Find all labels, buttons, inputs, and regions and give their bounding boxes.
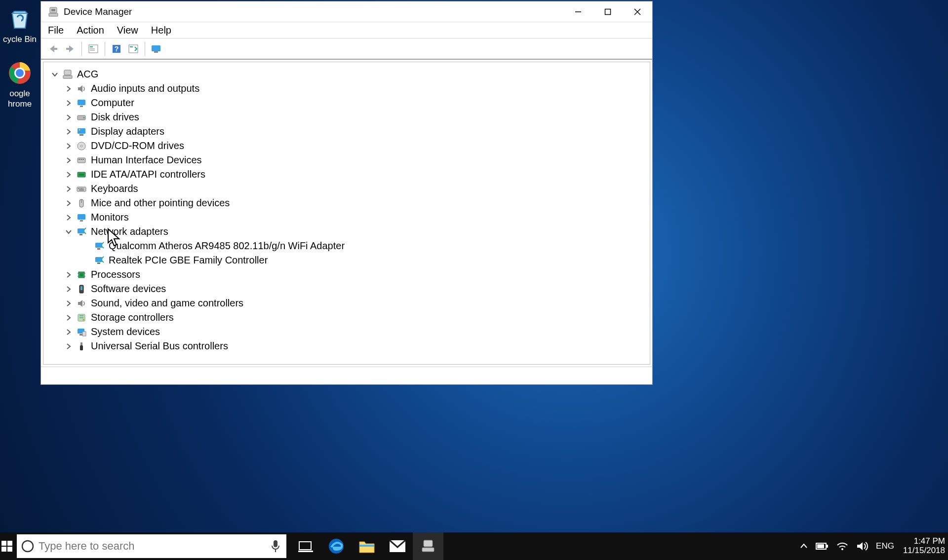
- toolbar-scan-button[interactable]: [126, 41, 141, 56]
- svg-rect-69: [80, 345, 83, 350]
- chevron-right-icon[interactable]: [64, 142, 73, 150]
- svg-rect-67: [82, 332, 86, 336]
- system-tray[interactable]: ENG: [794, 541, 900, 551]
- tree-category[interactable]: DVD/CD-ROM drives: [47, 139, 646, 153]
- tree-category[interactable]: Disk drives: [47, 110, 646, 124]
- chevron-right-icon[interactable]: [64, 342, 73, 351]
- tree-category-label: Sound, video and game controllers: [91, 298, 243, 309]
- taskbar-app-device-manager[interactable]: [413, 532, 443, 560]
- svg-rect-22: [64, 70, 71, 75]
- tree-root[interactable]: ACG: [47, 67, 646, 81]
- svg-rect-47: [78, 214, 85, 220]
- tree-category[interactable]: Human Interface Devices: [47, 153, 646, 167]
- microphone-icon[interactable]: [265, 540, 286, 553]
- svg-rect-20: [152, 45, 160, 51]
- menu-help[interactable]: Help: [151, 25, 171, 36]
- tree-category[interactable]: Universal Serial Bus controllers: [47, 339, 646, 353]
- tree-category-label: IDE ATA/ATAPI controllers: [91, 169, 205, 180]
- svg-rect-36: [82, 159, 84, 160]
- desktop-icon-chrome[interactable]: oogle hrome: [0, 59, 40, 109]
- svg-rect-4: [51, 9, 55, 11]
- taskbar-app-mail[interactable]: [382, 532, 413, 560]
- svg-rect-68: [80, 342, 82, 345]
- tree-category[interactable]: Network adapters: [47, 224, 646, 239]
- cortana-icon[interactable]: [17, 539, 39, 553]
- taskbar-app-explorer[interactable]: [352, 532, 382, 560]
- recycle-bin-icon: [6, 5, 34, 33]
- taskbar: ENG 1:47 PM 11/15/2018: [0, 532, 948, 560]
- battery-icon[interactable]: [816, 542, 829, 550]
- wifi-icon[interactable]: [836, 541, 848, 551]
- chevron-right-icon[interactable]: [64, 170, 73, 179]
- toolbar-show-hidden-button[interactable]: [149, 41, 164, 56]
- svg-rect-38: [79, 174, 84, 176]
- svg-point-64: [83, 319, 84, 320]
- taskbar-search[interactable]: [17, 534, 286, 558]
- tree-category[interactable]: Monitors: [47, 210, 646, 224]
- chevron-right-icon[interactable]: [64, 84, 73, 93]
- tree-device[interactable]: Qualcomm Atheros AR9485 802.11b/g/n WiFi…: [47, 239, 646, 253]
- close-button[interactable]: [623, 1, 652, 22]
- tree-category[interactable]: Software devices: [47, 282, 646, 296]
- task-view-button[interactable]: [290, 532, 321, 560]
- taskbar-clock[interactable]: 1:47 PM 11/15/2018: [900, 537, 948, 555]
- tray-language[interactable]: ENG: [876, 541, 894, 551]
- chevron-right-icon[interactable]: [64, 299, 73, 308]
- chevron-right-icon[interactable]: [64, 285, 73, 294]
- start-button[interactable]: [0, 532, 14, 560]
- device-tree[interactable]: ACG Audio inputs and outputsComputerDisk…: [43, 62, 650, 365]
- tray-overflow-icon[interactable]: [800, 543, 808, 549]
- svg-rect-49: [78, 228, 84, 233]
- taskbar-app-edge[interactable]: [321, 532, 352, 560]
- tree-category[interactable]: Computer: [47, 96, 646, 110]
- search-input[interactable]: [39, 540, 265, 553]
- tree-device[interactable]: Realtek PCIe GBE Family Controller: [47, 253, 646, 267]
- chevron-down-icon[interactable]: [50, 70, 59, 79]
- tree-category[interactable]: Sound, video and game controllers: [47, 296, 646, 310]
- tree-category[interactable]: Mice and other pointing devices: [47, 196, 646, 210]
- svg-point-32: [80, 145, 82, 147]
- toolbar-back-button[interactable]: [46, 41, 61, 56]
- svg-rect-44: [79, 189, 84, 190]
- chevron-right-icon[interactable]: [64, 113, 73, 122]
- tree-category[interactable]: Audio inputs and outputs: [47, 81, 646, 96]
- chevron-right-icon[interactable]: [64, 185, 73, 193]
- minimize-button[interactable]: [563, 1, 593, 22]
- tree-category[interactable]: System devices: [47, 325, 646, 339]
- toolbar-help-button[interactable]: ?: [109, 41, 124, 56]
- tree-category[interactable]: Keyboards: [47, 182, 646, 196]
- menu-action[interactable]: Action: [77, 25, 104, 36]
- maximize-button[interactable]: [593, 1, 623, 22]
- chevron-right-icon[interactable]: [64, 99, 73, 108]
- tree-category[interactable]: Processors: [47, 267, 646, 282]
- chevron-right-icon[interactable]: [64, 328, 73, 336]
- chevron-right-icon[interactable]: [64, 313, 73, 322]
- svg-rect-15: [90, 50, 95, 51]
- toolbar-forward-button[interactable]: [63, 41, 78, 56]
- network-icon: [94, 241, 105, 252]
- chevron-right-icon[interactable]: [64, 213, 73, 222]
- tree-category[interactable]: Display adapters: [47, 124, 646, 139]
- clock-time: 1:47 PM: [914, 537, 945, 546]
- volume-icon[interactable]: [856, 541, 868, 551]
- tree-category[interactable]: IDE ATA/ATAPI controllers: [47, 167, 646, 182]
- toolbar-separator: [105, 42, 105, 56]
- svg-rect-42: [81, 188, 82, 189]
- tree-category-label: Display adapters: [91, 126, 164, 137]
- toolbar-properties-button[interactable]: [86, 41, 101, 56]
- chevron-down-icon[interactable]: [64, 227, 73, 236]
- desktop-icon-recycle-bin[interactable]: cycle Bin: [0, 5, 40, 44]
- menu-file[interactable]: File: [48, 25, 64, 36]
- chevron-right-icon[interactable]: [64, 270, 73, 279]
- titlebar[interactable]: Device Manager: [41, 1, 652, 22]
- app-icon: [48, 6, 59, 17]
- tree-category[interactable]: Storage controllers: [47, 310, 646, 325]
- menu-view[interactable]: View: [117, 25, 138, 36]
- toolbar-separator: [81, 42, 82, 56]
- window-controls: [563, 1, 652, 22]
- display-icon: [76, 126, 87, 137]
- chevron-right-icon[interactable]: [64, 199, 73, 208]
- network-icon: [94, 255, 105, 266]
- chevron-right-icon[interactable]: [64, 127, 73, 136]
- chevron-right-icon[interactable]: [64, 156, 73, 165]
